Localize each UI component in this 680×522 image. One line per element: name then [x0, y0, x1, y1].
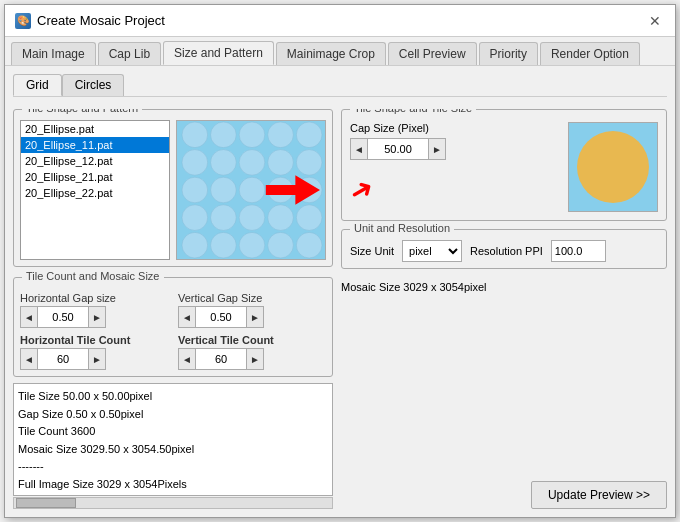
scrollbar-thumb[interactable]: [16, 498, 76, 508]
pattern-preview: [176, 120, 326, 260]
svg-point-10: [296, 150, 322, 176]
pattern-item-0[interactable]: 20_Ellipse.pat: [21, 121, 169, 137]
close-button[interactable]: ✕: [645, 11, 665, 31]
tile-preview-circle: [577, 131, 649, 203]
horizontal-scrollbar[interactable]: [13, 497, 333, 509]
svg-point-11: [182, 177, 208, 203]
vertical-gap-decrement[interactable]: ◄: [178, 306, 196, 328]
output-line-4: -------: [18, 458, 328, 476]
tile-size-row: Cap Size (Pixel) ◄ ► ➜: [350, 122, 658, 212]
horizontal-gap-label: Horizontal Gap size: [20, 292, 168, 304]
output-line-5: Full Image Size 3029 x 3054Pixels: [18, 476, 328, 494]
text-output-area: Tile Size 50.00 x 50.00pixel Gap Size 0.…: [13, 383, 333, 509]
vertical-tile-increment[interactable]: ►: [246, 348, 264, 370]
svg-point-12: [211, 177, 237, 203]
output-line-3: Mosaic Size 3029.50 x 3054.50pixel: [18, 441, 328, 459]
tab-render-option[interactable]: Render Option: [540, 42, 640, 65]
output-line-1: Gap Size 0.50 x 0.50pixel: [18, 406, 328, 424]
tab-size-and-pattern[interactable]: Size and Pattern: [163, 41, 274, 65]
text-output: Tile Size 50.00 x 50.00pixel Gap Size 0.…: [13, 383, 333, 496]
size-unit-select[interactable]: pixel inch cm: [402, 240, 462, 262]
vertical-gap-spinner: ◄ ►: [178, 306, 326, 328]
svg-point-21: [182, 232, 208, 258]
output-line-6: Preview Canvas Size 3029 x 3054Pixels: [18, 494, 328, 496]
horizontal-tile-decrement[interactable]: ◄: [20, 348, 38, 370]
vertical-tile-input[interactable]: [196, 348, 246, 370]
vertical-gap-label: Vertical Gap Size: [178, 292, 326, 304]
svg-point-6: [182, 150, 208, 176]
cap-size-label: Cap Size (Pixel): [350, 122, 558, 134]
pattern-item-1[interactable]: 20_Ellipse_11.pat: [21, 137, 169, 153]
horizontal-gap-spinner: ◄ ►: [20, 306, 168, 328]
horizontal-gap-group: Horizontal Gap size ◄ ►: [20, 292, 168, 328]
window-title: Create Mosaic Project: [37, 13, 165, 28]
tab-main-image[interactable]: Main Image: [11, 42, 96, 65]
cap-size-spinner: ◄ ►: [350, 138, 446, 160]
tile-count-group: Tile Count and Mosaic Size Horizontal Ga…: [13, 277, 333, 377]
sub-tabs: Grid Circles: [13, 74, 667, 97]
main-window: 🎨 Create Mosaic Project ✕ Main Image Cap…: [4, 4, 676, 518]
size-unit-label: Size Unit: [350, 245, 394, 257]
svg-point-5: [296, 122, 322, 148]
svg-point-4: [268, 122, 294, 148]
pattern-item-4[interactable]: 20_Ellipse_22.pat: [21, 185, 169, 201]
svg-point-17: [211, 205, 237, 231]
horizontal-gap-increment[interactable]: ►: [88, 306, 106, 328]
tile-count-title: Tile Count and Mosaic Size: [22, 270, 164, 282]
tile-count-spinners-row: Horizontal Tile Count ◄ ► Vertical Tile …: [20, 334, 326, 370]
horizontal-tile-label: Horizontal Tile Count: [20, 334, 168, 346]
app-icon: 🎨: [15, 13, 31, 29]
vertical-gap-input[interactable]: [196, 306, 246, 328]
cap-size-input[interactable]: [368, 138, 428, 160]
cap-size-section: Cap Size (Pixel) ◄ ► ➜: [350, 122, 558, 207]
cap-size-decrement[interactable]: ◄: [350, 138, 368, 160]
tile-shape-pattern-title: Tile Shape and Pattern: [22, 109, 142, 114]
title-bar-left: 🎨 Create Mosaic Project: [15, 13, 165, 29]
svg-point-13: [239, 177, 265, 203]
pattern-list[interactable]: 20_Ellipse.pat 20_Ellipse_11.pat 20_Elli…: [20, 120, 170, 260]
vertical-gap-increment[interactable]: ►: [246, 306, 264, 328]
tab-cell-preview[interactable]: Cell Preview: [388, 42, 477, 65]
svg-point-8: [239, 150, 265, 176]
pattern-item-2[interactable]: 20_Ellipse_12.pat: [21, 153, 169, 169]
pattern-item-3[interactable]: 20_Ellipse_21.pat: [21, 169, 169, 185]
main-row: Tile Shape and Pattern 20_Ellipse.pat 20…: [13, 109, 667, 509]
content-area: Grid Circles Tile Shape and Pattern 20_E…: [5, 66, 675, 517]
cap-size-increment[interactable]: ►: [428, 138, 446, 160]
unit-resolution-group: Unit and Resolution Size Unit pixel inch…: [341, 229, 667, 269]
horizontal-tile-increment[interactable]: ►: [88, 348, 106, 370]
update-btn-container: Update Preview >>: [341, 481, 667, 509]
svg-point-3: [239, 122, 265, 148]
vertical-tile-spinner: ◄ ►: [178, 348, 326, 370]
cap-size-row: ◄ ►: [350, 138, 558, 160]
tab-mainimage-crop[interactable]: Mainimage Crop: [276, 42, 386, 65]
svg-point-1: [182, 122, 208, 148]
svg-point-7: [211, 150, 237, 176]
tile-shape-pattern-group: Tile Shape and Pattern 20_Ellipse.pat 20…: [13, 109, 333, 267]
cap-size-arrow: ➜: [343, 170, 379, 210]
svg-point-23: [239, 232, 265, 258]
resolution-input[interactable]: [551, 240, 606, 262]
svg-point-19: [268, 205, 294, 231]
svg-point-22: [211, 232, 237, 258]
tile-size-group: Tile Shape and Tile Size Cap Size (Pixel…: [341, 109, 667, 221]
horizontal-gap-decrement[interactable]: ◄: [20, 306, 38, 328]
output-line-0: Tile Size 50.00 x 50.00pixel: [18, 388, 328, 406]
svg-point-20: [296, 205, 322, 231]
sub-tab-circles[interactable]: Circles: [62, 74, 125, 96]
tab-priority[interactable]: Priority: [479, 42, 538, 65]
vertical-tile-label: Vertical Tile Count: [178, 334, 326, 346]
tab-cap-lib[interactable]: Cap Lib: [98, 42, 161, 65]
pattern-container: 20_Ellipse.pat 20_Ellipse_11.pat 20_Elli…: [20, 120, 326, 260]
gap-spinners-row: Horizontal Gap size ◄ ► Vertical Gap Siz…: [20, 292, 326, 328]
update-preview-button[interactable]: Update Preview >>: [531, 481, 667, 509]
sub-tab-grid[interactable]: Grid: [13, 74, 62, 96]
horizontal-gap-input[interactable]: [38, 306, 88, 328]
horizontal-tile-input[interactable]: [38, 348, 88, 370]
vertical-tile-decrement[interactable]: ◄: [178, 348, 196, 370]
pattern-svg: [177, 121, 325, 259]
mosaic-size-text: Mosaic Size 3029 x 3054pixel: [341, 281, 667, 293]
resolution-ppi-label: Resolution PPI: [470, 245, 543, 257]
svg-point-2: [211, 122, 237, 148]
main-tabs-bar: Main Image Cap Lib Size and Pattern Main…: [5, 37, 675, 66]
